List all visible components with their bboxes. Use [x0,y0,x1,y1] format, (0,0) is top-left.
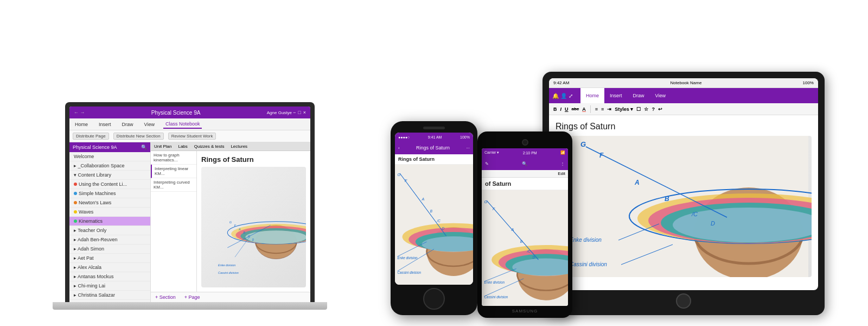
sidebar-item-welcome[interactable]: Welcome [69,152,150,161]
iphone-time: 9:41 AM [428,135,442,139]
sidebar-item-using[interactable]: Using the Content Li... [69,180,150,189]
sidebar-item-antanas[interactable]: ▸ Antanas Mockus [69,272,150,281]
samsung-device: Carrier ▾ 2:10 PM 📶 ✎ 🔍 ⋮ Edit of Saturn [477,131,572,318]
svg-text:B: B [243,231,245,234]
ipad-tab-view[interactable]: View [650,88,671,103]
page-item-1[interactable]: Interpreting linear KM... [151,165,196,178]
tab-home[interactable]: Home [73,121,90,128]
svg-text:G: G [229,221,232,224]
tab-draw[interactable]: Draw [120,121,136,128]
page-item-2[interactable]: Interpreting curved KM... [151,178,196,192]
font-color-btn[interactable]: A [582,106,586,112]
samsung-brand-label: SAMSUNG [482,309,568,314]
search-icon[interactable]: 🔍 [141,145,147,150]
iphone-home-button[interactable] [423,288,445,310]
italic-btn[interactable]: I [560,106,562,112]
ipad-home-button[interactable] [676,293,691,309]
help-btn[interactable]: ? [652,106,655,112]
svg-text:Enke division: Enke division [218,264,235,267]
add-page-btn[interactable]: + Page [184,294,200,300]
underline-btn[interactable]: U [565,106,569,112]
add-section-btn[interactable]: + Section [155,294,176,300]
sidebar-item-chi[interactable]: ▸ Chi-ming Lai [69,281,150,291]
minimize-icon[interactable]: − [293,110,296,115]
svg-text:G: G [580,140,586,148]
iphone-back-btn[interactable]: ‹ [398,146,400,151]
title-bar: ← → Physical Science 9A Agne Gustye − □ … [69,106,310,118]
svg-text:G: G [398,172,401,177]
sidebar-item-kinematics[interactable]: Kinematics [69,217,150,226]
tab-view[interactable]: View [142,121,157,128]
iphone-frame: ●●●●○ 9:41 AM 100% ‹ Rings of Saturn ···… [391,121,477,315]
svg-text:Enke division: Enke division [398,256,418,260]
svg-text:Cassini division: Cassini division [570,261,607,267]
close-icon[interactable]: × [303,110,306,115]
sidebar-item-waves[interactable]: Waves [69,208,150,217]
svg-text:B: B [430,209,432,213]
sidebar-item-aet[interactable]: ▸ Aet Pat [69,254,150,263]
tab-class-notebook[interactable]: Class Notebook [163,120,202,129]
styles-btn[interactable]: Styles ▾ [615,106,633,112]
svg-text:/C: /C [691,211,698,217]
add-section-bar: + Section + Page [151,292,310,302]
list-num-btn[interactable]: ≡ [601,106,604,112]
tab-lectures[interactable]: Lectures [227,142,251,151]
bold-btn[interactable]: B [553,106,557,112]
svg-text:Cassini division: Cassini division [398,271,422,274]
section-color-dot [74,220,77,223]
iphone-more-btn[interactable]: ··· [466,146,470,151]
sidebar-item-adah-s[interactable]: ▸ Adah Simon [69,244,150,254]
indent-btn[interactable]: ⇥ [607,106,611,112]
iphone-page-title: Rings of Saturn [416,145,450,151]
sidebar-item-collab[interactable]: ▸ _Collaboration Space [69,161,150,171]
page-item-0[interactable]: How to graph kinematics... [151,151,196,165]
note-content: Rings of Saturn [197,151,310,292]
svg-text:Cassini division: Cassini division [484,295,508,299]
iphone-content: Rings of Saturn [395,154,473,285]
account-icon[interactable]: 👤 [560,93,567,99]
star-btn[interactable]: ☆ [644,106,648,112]
tab-insert[interactable]: Insert [97,121,113,128]
ipad-tab-insert[interactable]: Insert [604,88,628,103]
samsung-edit-bar: Edit [482,170,568,178]
svg-point-6 [245,230,306,244]
tab-unit-plan[interactable]: Unit Plan [151,142,175,151]
tab-labs[interactable]: Labs [175,142,190,151]
sidebar-item-alex[interactable]: ▸ Alex Alcala [69,263,150,272]
ipad-tab-draw[interactable]: Draw [628,88,650,103]
maximize-icon[interactable]: □ [298,110,301,115]
samsung-battery: 📶 [560,151,565,155]
ipad-note-title: Rings of Saturn [556,122,812,131]
samsung-edit-btn[interactable]: Edit [558,171,565,176]
sidebar-item-teacher[interactable]: ▸ Teacher Only [69,226,150,235]
tab-quizzes[interactable]: Quizzes & tests [191,142,228,151]
section-color-dot [74,192,77,195]
notification-icon[interactable]: 🔔 [552,93,559,99]
iphone-nav-bar: ‹ Rings of Saturn ··· [395,141,473,154]
list-btn[interactable]: ≡ [595,106,598,112]
sidebar-item-adah-b[interactable]: ▸ Adah Ben-Reuven [69,235,150,244]
ipad-nav-icons: 🔔 👤 ⤢ [549,88,576,103]
sidebar-header: Physical Science 9A 🔍 [69,142,150,152]
fullscreen-icon[interactable]: ⤢ [569,93,573,99]
sidebar-item-content-lib[interactable]: ▾ Content Library [69,171,150,180]
samsung-search-btn[interactable]: 🔍 [522,161,527,166]
sidebar-item-christina[interactable]: ▸ Christina Salazar [69,291,150,300]
review-student-btn[interactable]: Review Student Work [168,133,216,140]
distribute-section-btn[interactable]: Distribute New Section [113,133,164,140]
ipad-tab-home[interactable]: Home [580,88,604,103]
distribute-page-btn[interactable]: Distribute Page [73,133,109,140]
sidebar-item-machines[interactable]: Simple Machines [69,189,150,198]
sidebar-item-newton[interactable]: Newton's Laws [69,198,150,208]
samsung-more-btn[interactable]: ⋮ [560,161,565,166]
svg-text:Enke division: Enke division [570,237,602,243]
samsung-back-btn[interactable]: ✎ [485,161,489,166]
iphone-signal: ●●●●○ [398,135,410,139]
strikethrough-btn[interactable]: abc [572,106,579,111]
svg-text:B: B [665,195,669,203]
svg-text:Enke division: Enke division [484,280,505,284]
svg-text:D: D [252,239,254,241]
checkbox-btn[interactable]: ☐ [636,106,641,112]
undo-btn[interactable]: ↩ [658,106,662,112]
svg-text:D: D [442,227,444,230]
